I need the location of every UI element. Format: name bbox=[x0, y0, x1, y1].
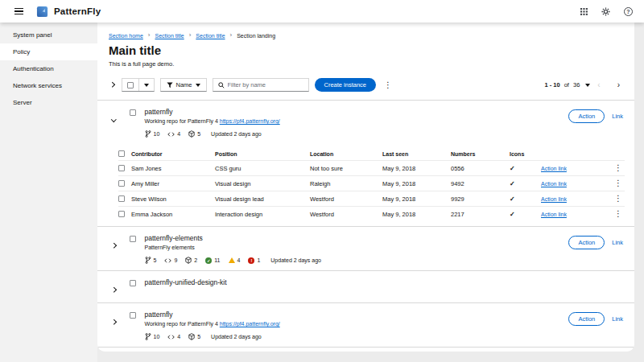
row-kebab-menu[interactable]: ⋮ bbox=[612, 209, 625, 219]
repo-url-link[interactable]: https://pf4.patternfly.org/ bbox=[220, 321, 280, 327]
breadcrumb-link[interactable]: Section title bbox=[196, 33, 225, 39]
updated-label: Updated 2 days ago bbox=[211, 131, 262, 137]
data-list-item-patternfly-elements: patternfly-elements PatternFly elements … bbox=[97, 226, 634, 270]
bulk-select-caret[interactable] bbox=[138, 79, 154, 91]
select-all-checkbox[interactable] bbox=[118, 150, 125, 157]
sidebar-item-server[interactable]: Server bbox=[0, 94, 97, 111]
breadcrumb: Section home › Section title › Section t… bbox=[109, 32, 623, 39]
row-checkbox[interactable] bbox=[118, 180, 125, 187]
last-seen-cell: May 9, 2018 bbox=[382, 211, 451, 218]
name-filter-dropdown[interactable]: Name bbox=[160, 78, 207, 92]
list-item: patternfly Working repo for PatternFly 4… bbox=[97, 100, 634, 144]
position-cell: Visual design lead bbox=[215, 195, 310, 203]
row-kebab-menu[interactable]: ⋮ bbox=[612, 194, 625, 204]
sidebar-item-network-services[interactable]: Network services bbox=[0, 77, 97, 94]
row-expander-button[interactable] bbox=[109, 109, 119, 125]
action-link[interactable]: Action link bbox=[541, 181, 567, 187]
create-instance-button[interactable]: Create instance bbox=[315, 78, 377, 92]
repo-description: Working repo for PatternFly 4 https://pf… bbox=[145, 118, 561, 124]
row-kebab-menu[interactable]: ⋮ bbox=[612, 179, 625, 188]
warning-stat: 4 bbox=[229, 257, 241, 263]
row-checkbox[interactable] bbox=[130, 236, 136, 242]
apps-grid-icon[interactable] bbox=[580, 8, 588, 15]
bulk-select-checkbox[interactable] bbox=[122, 82, 138, 88]
warning-triangle-icon bbox=[229, 257, 235, 263]
location-cell: Not too sure bbox=[310, 165, 382, 172]
action-link[interactable]: Action link bbox=[541, 212, 567, 217]
brand-title: PatternFly bbox=[54, 6, 101, 16]
code-branch-icon bbox=[145, 257, 151, 264]
error-stat: ! 1 bbox=[248, 257, 260, 264]
table-row: Emma Jackson Interaction design Westford… bbox=[118, 206, 625, 221]
pagination-prev-button[interactable]: ‹ bbox=[594, 81, 603, 89]
pagination-of-label: of bbox=[564, 81, 569, 88]
chevron-right-icon bbox=[111, 243, 116, 248]
caret-down-icon bbox=[196, 84, 200, 87]
sidebar-item-policy[interactable]: Policy bbox=[0, 43, 97, 60]
search-icon bbox=[218, 82, 225, 88]
action-link[interactable]: Action link bbox=[541, 196, 567, 202]
link-button[interactable]: Link bbox=[612, 315, 623, 323]
chevron-right-icon bbox=[109, 82, 114, 87]
row-expander-button[interactable] bbox=[109, 311, 119, 328]
pagination: 1 - 10 of 36 ‹ › bbox=[545, 81, 623, 89]
repo-description: Working repo for PatternFly 4 https://pf… bbox=[145, 321, 561, 327]
repo-title: patternfly bbox=[145, 311, 561, 319]
repo-stats: 10 4 bbox=[145, 130, 561, 138]
code-icon bbox=[167, 131, 175, 138]
action-button[interactable]: Action bbox=[568, 236, 605, 249]
search-input[interactable] bbox=[228, 81, 303, 88]
row-actions: Action Link bbox=[560, 312, 623, 326]
code-icon bbox=[167, 334, 175, 340]
repo-url-link[interactable]: https://pf4.patternfly.org/ bbox=[220, 118, 280, 124]
cube-icon bbox=[188, 130, 195, 138]
row-content: patternfly Working repo for PatternFly 4… bbox=[145, 311, 561, 340]
cube-icon bbox=[185, 257, 192, 264]
row-checkbox[interactable] bbox=[130, 280, 136, 286]
hamburger-icon bbox=[14, 8, 23, 10]
sidebar-item-authentication[interactable]: Authentication bbox=[0, 60, 97, 77]
patternfly-logo-icon bbox=[36, 6, 48, 18]
check-icon: ✓ bbox=[510, 195, 541, 203]
breadcrumb-current: Section landing bbox=[237, 33, 275, 39]
link-button[interactable]: Link bbox=[612, 113, 623, 120]
check-circle-icon: ✓ bbox=[205, 257, 212, 264]
row-expander-button[interactable] bbox=[109, 279, 119, 296]
packages-stat: 5 bbox=[188, 130, 200, 138]
numbers-cell: 9929 bbox=[451, 195, 510, 203]
row-checkbox[interactable] bbox=[118, 211, 125, 217]
link-button[interactable]: Link bbox=[612, 239, 623, 246]
updated-label: Updated 2 days ago bbox=[211, 334, 262, 339]
row-actions: Action Link bbox=[560, 236, 623, 249]
settings-gear-icon[interactable] bbox=[601, 7, 610, 16]
code-branch-icon bbox=[145, 130, 151, 138]
pagination-next-button[interactable]: › bbox=[614, 81, 623, 89]
row-checkbox[interactable] bbox=[118, 165, 125, 171]
breadcrumb-link[interactable]: Section title bbox=[155, 33, 184, 39]
row-content: patternfly-elements PatternFly elements … bbox=[145, 234, 561, 264]
help-icon[interactable]: ? bbox=[624, 7, 633, 16]
row-kebab-menu[interactable]: ⋮ bbox=[612, 163, 625, 173]
row-checkbox[interactable] bbox=[118, 195, 125, 202]
toolbar-kebab-menu[interactable]: ⋮ bbox=[382, 80, 394, 90]
data-list: patternfly Working repo for PatternFly 4… bbox=[97, 100, 634, 352]
contributor-cell: Sam Jones bbox=[131, 165, 215, 172]
breadcrumb-link[interactable]: Section home bbox=[109, 33, 143, 39]
sidebar-item-system-panel[interactable]: System panel bbox=[0, 27, 97, 43]
numbers-cell: 9492 bbox=[451, 180, 510, 187]
row-checkbox[interactable] bbox=[130, 109, 136, 116]
location-cell: Westford bbox=[310, 211, 382, 218]
nav-toggle-button[interactable] bbox=[11, 5, 27, 19]
updated-label: Updated 2 days ago bbox=[270, 257, 321, 263]
pagination-menu-toggle[interactable] bbox=[585, 84, 590, 87]
action-button[interactable]: Action bbox=[568, 312, 605, 326]
code-stat: 4 bbox=[167, 131, 180, 138]
expand-all-button[interactable] bbox=[109, 81, 116, 88]
action-button[interactable]: Action bbox=[568, 109, 605, 123]
row-checkbox[interactable] bbox=[130, 312, 136, 319]
action-link[interactable]: Action link bbox=[541, 166, 567, 171]
row-expander-button[interactable] bbox=[109, 235, 119, 252]
masthead: PatternFly ? bbox=[0, 0, 644, 23]
repo-stats: 10 4 5 bbox=[145, 333, 561, 340]
bulk-select-control bbox=[122, 78, 155, 92]
